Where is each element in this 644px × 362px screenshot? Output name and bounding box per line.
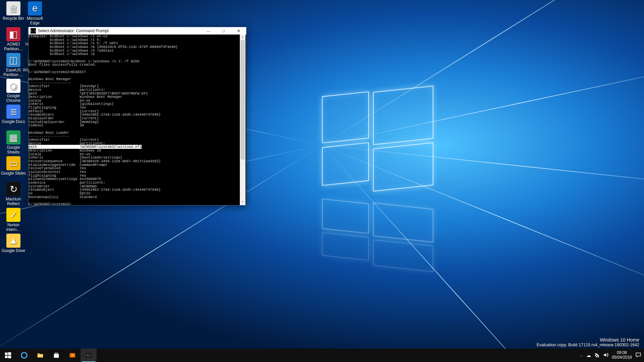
tray-onedrive-icon[interactable]: ☁ [586,353,591,358]
scroll-down-button[interactable]: ▾ [240,199,246,205]
app-icon: 🗑 [6,1,20,15]
tray-network-icon[interactable] [594,352,600,359]
app-icon: ≣ [6,105,20,119]
svg-text:C:\: C:\ [87,354,91,357]
desktop-icon-label: Norton Intern… [1,223,26,232]
media-icon [69,352,76,359]
cmd-titlebar[interactable]: C:\ Select Administrator: Command Prompt… [29,27,246,35]
app-icon: ✓ [6,208,20,222]
app-icon: ▭ [6,156,20,170]
maximize-button[interactable]: □ [216,27,231,35]
taskbar-clock[interactable]: 09:08 05/04/2018 [612,351,632,360]
taskbar-media[interactable] [64,349,80,362]
taskbar-spacer [97,349,578,362]
windows-logo-icon [4,352,12,359]
app-icon: ◫ [6,53,20,67]
app-icon: ◧ [6,27,20,41]
cmd-icon: C:\ [85,352,92,359]
desktop-icon-label: Google Slides [1,171,26,176]
system-tray[interactable]: ︿ ☁ 09:08 05/04/2018 [578,349,644,362]
tray-overflow-icon[interactable]: ︿ [580,353,583,358]
close-button[interactable]: ✕ [231,27,246,35]
command-prompt-window[interactable]: C:\ Select Administrator: Command Prompt… [28,27,247,205]
desktop-icon[interactable]: ↻Macrium Reflect [1,182,26,206]
app-icon: ▲ [6,234,20,248]
store-icon [53,352,60,359]
app-icon: ◉ [6,79,20,93]
taskbar-edge[interactable] [16,349,32,362]
desktop-icon[interactable]: ▦Google Sheets [1,130,26,155]
scroll-thumb[interactable] [240,40,245,160]
taskbar-file-explorer[interactable] [32,349,48,362]
desktop-icon-label: Google Sheets [1,145,26,155]
tray-volume-icon[interactable] [603,352,608,359]
desktop-icon[interactable]: ▭Google Slides [1,156,26,176]
folder-icon [37,352,44,359]
build-watermark: Windows 10 Home Evaluation copy. Build 1… [537,337,639,347]
desktop-icon[interactable]: eMicrosoft Edge [22,1,48,26]
taskbar[interactable]: C:\ ︿ ☁ 09:08 05/04/2018 [0,349,644,362]
cmd-title: Select Administrator: Command Prompt [38,28,201,33]
taskbar-store[interactable] [48,349,64,362]
cmd-scrollbar[interactable]: ▴ ▾ [240,35,246,205]
app-icon: ↻ [6,182,20,196]
action-center-icon[interactable] [635,352,641,359]
svg-rect-0 [5,353,8,355]
desktop-icon-label: Google Drive [1,249,26,253]
desktop-icon-label: Macrium Reflect [1,197,26,206]
app-icon: ▦ [6,130,20,144]
cmd-client-area[interactable]: Examples: bcdboot c:\windows /l en-us bc… [29,35,246,205]
svg-rect-2 [5,356,8,358]
svg-rect-5 [54,354,59,358]
svg-point-4 [21,353,27,358]
desktop-icon-label: Google Docs [1,120,26,124]
app-icon: e [28,1,42,15]
scroll-up-button[interactable]: ▴ [240,35,246,40]
cmd-icon: C:\ [31,28,36,34]
desktop-icon[interactable]: ≣Google Docs [1,105,26,124]
taskbar-cmd[interactable]: C:\ [80,349,97,362]
edge-icon [20,352,28,359]
minimize-button[interactable]: — [201,27,216,35]
desktop-icon[interactable]: ▲Google Drive [1,234,26,253]
svg-rect-1 [8,352,11,355]
desktop-icon-label: Microsoft Edge [22,16,48,26]
cmd-text[interactable]: Examples: bcdboot c:\windows /l en-us bc… [29,35,240,205]
start-button[interactable] [0,349,16,362]
desktop-icon[interactable]: ✓Norton Intern… [1,208,26,232]
svg-rect-3 [8,356,11,358]
